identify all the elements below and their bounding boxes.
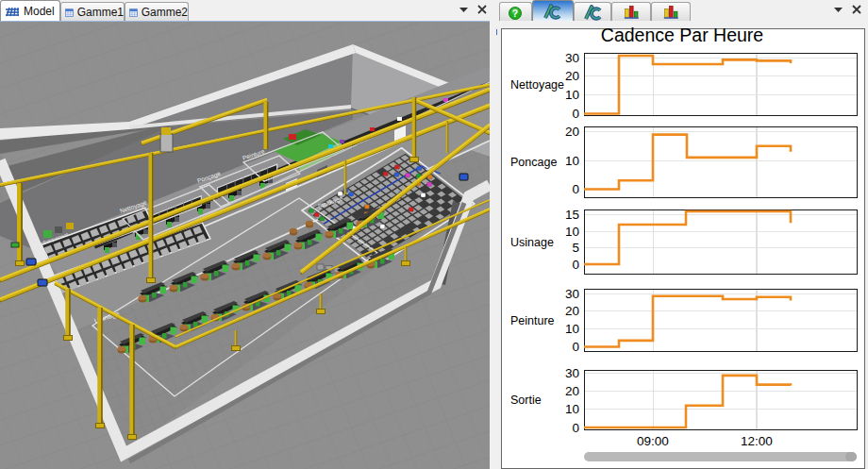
svg-text:15: 15 bbox=[565, 208, 579, 222]
svg-text:0: 0 bbox=[572, 258, 579, 272]
svg-text:12:00: 12:00 bbox=[741, 434, 773, 448]
svg-text:10: 10 bbox=[565, 322, 579, 336]
svg-text:Poncage: Poncage bbox=[510, 156, 557, 169]
svg-text:Peinture: Peinture bbox=[510, 314, 555, 327]
svg-text:0: 0 bbox=[572, 107, 579, 121]
svg-text:09:00: 09:00 bbox=[637, 434, 669, 448]
svg-text:0: 0 bbox=[572, 340, 579, 354]
svg-text:Usinage: Usinage bbox=[510, 236, 554, 249]
svg-text:30: 30 bbox=[565, 51, 579, 65]
svg-text:0: 0 bbox=[572, 182, 579, 196]
svg-text:Sortie: Sortie bbox=[510, 394, 542, 407]
svg-text:30: 30 bbox=[565, 366, 579, 380]
svg-text:10: 10 bbox=[565, 88, 579, 102]
svg-text:20: 20 bbox=[565, 384, 579, 398]
svg-text:10: 10 bbox=[565, 154, 579, 168]
svg-text:Nettoyage: Nettoyage bbox=[510, 78, 564, 92]
svg-text:20: 20 bbox=[565, 125, 579, 139]
svg-text:10: 10 bbox=[565, 402, 579, 416]
svg-text:Cadence Par Heure: Cadence Par Heure bbox=[601, 25, 763, 45]
svg-text:20: 20 bbox=[565, 304, 579, 318]
svg-text:10: 10 bbox=[565, 225, 579, 239]
svg-text:20: 20 bbox=[565, 69, 579, 83]
svg-text:0: 0 bbox=[572, 421, 579, 435]
svg-text:30: 30 bbox=[565, 287, 579, 301]
svg-text:5: 5 bbox=[572, 241, 579, 255]
